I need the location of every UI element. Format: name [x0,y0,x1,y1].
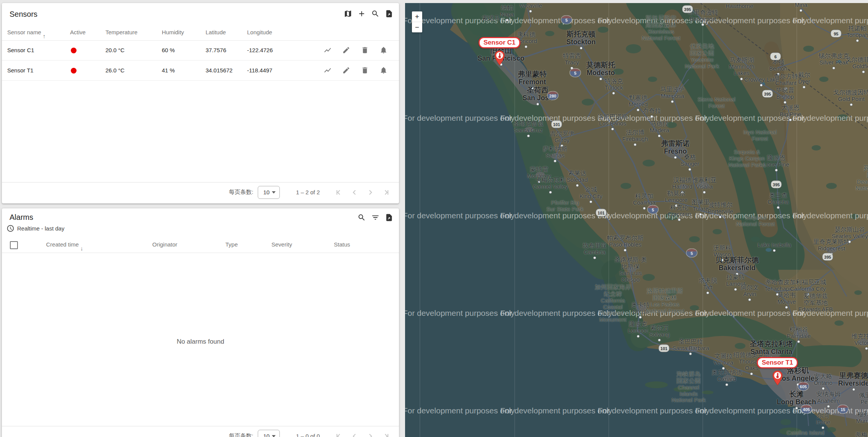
timeseries-icon[interactable] [324,66,332,74]
edit-icon[interactable] [342,46,350,54]
marker-label[interactable]: Sensor C1 [479,37,520,48]
sensor-marker[interactable]: Sensor C1 [479,37,520,66]
last-page-icon[interactable] [381,431,391,437]
column-header[interactable]: Active [70,29,86,35]
column-header[interactable]: Severity [271,241,292,248]
city-dot [699,213,702,216]
active-status-dot [71,68,77,74]
sensor-marker[interactable]: Sensor T1 [757,357,798,386]
pagination-range: 1 – 0 of 0 [296,433,320,437]
city-dot [848,240,851,243]
first-page-icon[interactable] [333,187,343,197]
select-all-checkbox[interactable] [10,241,18,249]
table-row[interactable]: Sensor T1 26.0 °C 41 % 34.015672 -118.44… [2,61,399,81]
highway-shield: 5 [562,16,572,24]
city-dot [529,10,532,13]
sensor-latitude: 37.7576 [206,47,226,53]
filter-icon[interactable] [370,212,381,223]
page-size-select[interactable]: 10 [258,186,280,199]
export-icon[interactable] [384,8,394,19]
column-header[interactable]: Temperature [105,29,137,35]
map-label: SequoiaNational Forest [736,214,775,227]
prev-page-icon[interactable] [349,431,359,437]
city-dot [593,256,596,259]
delete-icon[interactable] [361,66,369,74]
add-icon[interactable] [356,8,367,19]
city-dot [777,206,780,209]
zoom-in-button[interactable]: + [412,11,422,22]
last-page-icon[interactable] [381,187,391,197]
sensors-title: Sensors [10,10,37,19]
search-icon[interactable] [356,212,367,223]
map-label: 奥兰查Olancha [767,192,789,209]
map-label: 加州国家海岸纪念碑CaliforniaCoastalNationalMonume… [595,284,631,323]
map-label: 托诺帕Tonopah [846,25,868,42]
column-header[interactable]: Humidity [162,29,184,35]
chevron-down-icon [272,191,276,194]
map-label: 阿尔文Arvin [740,284,759,301]
sensor-longitude: -118.4497 [247,67,272,74]
edit-icon[interactable] [342,66,350,74]
search-icon[interactable] [370,8,381,19]
map-label: 戴尔Dyer [798,72,810,89]
map-widget[interactable]: For development purposes onlyFor develop… [405,3,868,437]
city-dot [850,103,853,106]
timeseries-icon[interactable] [324,46,332,54]
page-size-label: 每页条数: [229,189,253,196]
chevron-down-icon [272,435,276,437]
city-dot [795,407,798,410]
map-label: Pfeiffer BigSur State Park [546,200,584,213]
column-header[interactable]: Status [334,241,350,248]
map-label: 特雷西Tracy [563,53,581,70]
highway-shield: 395 [762,90,773,98]
map-label: 吉尔罗伊Gilroy [550,130,574,147]
column-header[interactable]: Sensor name↑ [7,29,41,35]
prev-page-icon[interactable] [349,187,359,197]
column-header[interactable]: Longitude [247,29,272,35]
map-label: 奥克斯纳德Oxnard [712,369,742,386]
timewindow-button[interactable]: Realtime - last day [6,224,64,232]
map-label: 大派恩Big Pine [780,104,801,122]
map-icon[interactable] [343,8,353,19]
sensor-temperature: 26.0 °C [105,67,124,74]
sensors-widget: Sensors Sensor name↑ActiveTemperatureHum… [2,3,399,203]
map-label: 卡梅尔瓦利Carmel Valley [533,177,568,194]
first-page-icon[interactable] [333,431,343,437]
map-label: 佩里斯Perris [859,392,868,405]
table-row[interactable]: Sensor C1 20.0 °C 60 % 37.7576 -122.4726 [2,40,399,61]
map-label: 安大略Ontario [814,373,832,390]
bell-icon[interactable] [380,46,388,54]
delete-icon[interactable] [361,46,369,54]
next-page-icon[interactable] [365,431,375,437]
column-header[interactable]: Originator [152,241,177,248]
map-label: 戈尔德菲尔德Goldfield [845,56,868,74]
city-dot [856,39,859,42]
column-header[interactable]: Latitude [206,29,226,35]
city-dot [734,288,737,291]
city-dot [703,190,706,194]
zoom-out-button[interactable]: − [412,22,422,32]
city-dot [527,134,530,137]
dashboard: { "sensors_widget": { "title": "Sensors"… [0,0,868,437]
city-dot [658,338,661,341]
page-size-select[interactable]: 10 [258,430,280,437]
city-dot [643,206,646,210]
city-dot [725,383,728,386]
map-label: Lake Isabella [758,242,791,252]
map-label: Inyo NationalForest [743,129,777,142]
export-icon[interactable] [384,212,394,223]
next-page-icon[interactable] [365,187,375,197]
bell-icon[interactable] [380,66,388,74]
city-dot [612,91,615,94]
map-label: 洛斯巴诺斯Los Banos [597,114,628,131]
city-dot [639,315,642,319]
highway-shield: 5 [570,69,581,77]
map-label: 隆波克Lompoc [628,321,648,338]
map-label: 蒂梅库拉 [855,432,868,437]
column-header[interactable]: Created time↓ [46,241,79,248]
marker-label[interactable]: Sensor T1 [757,357,798,368]
column-header[interactable]: Type [225,241,238,248]
map-label: 马德拉Madera [650,120,669,138]
pagination-range: 1 – 2 of 2 [296,189,320,195]
map-label: 科克伦Corcoran [667,204,691,221]
